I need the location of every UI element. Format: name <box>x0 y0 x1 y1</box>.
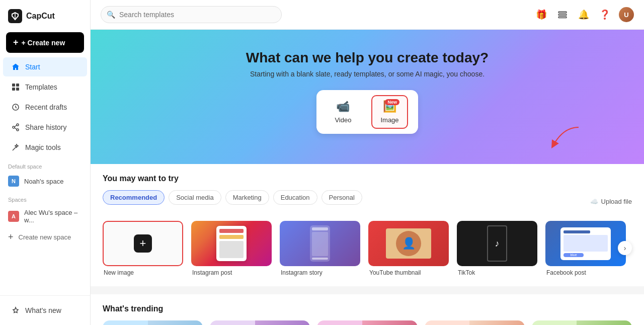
tiktok-thumb: ♪ <box>457 221 537 266</box>
image-label-wrap: New 🖼️ <box>383 100 396 113</box>
youtube-thumb-label: YouTube thumbnail <box>368 269 449 276</box>
trending-text-image[interactable]: Text to image: paint with your words Try… <box>210 320 310 325</box>
filter-recommended[interactable]: Recommended <box>103 190 165 205</box>
trending-grid-wrap: Batch edit: your perfect time saver Try … <box>103 320 632 325</box>
ai-model-content: AI model: fashion ads in clicks Try now … <box>532 320 582 325</box>
share-icon <box>11 123 20 132</box>
clock-icon <box>11 103 20 112</box>
trending-grid: Batch edit: your perfect time saver Try … <box>103 320 632 325</box>
noah-space-label: Noah's space <box>24 178 63 185</box>
hero-banner: What can we help you create today? Start… <box>91 30 644 164</box>
text-design-visual: 👩🏾 <box>362 320 418 325</box>
bell-icon[interactable]: 🔔 <box>577 8 591 22</box>
trending-section: What's trending Batch edit: your perfect… <box>91 290 644 325</box>
grid-icon <box>11 83 20 92</box>
whats-new-label: What's new <box>25 306 61 314</box>
search-bar: 🔍 <box>101 6 282 23</box>
hero-buttons: 📹 Video New 🖼️ Image <box>101 90 634 134</box>
alec-avatar: A <box>8 211 19 222</box>
trending-background[interactable]: Background magic for products Try now › … <box>425 320 525 325</box>
template-instagram-post[interactable]: Instagram post <box>191 221 272 276</box>
sidebar: CapCut + + Create new Start Templates Re… <box>0 0 91 325</box>
template-instagram-story[interactable]: Instagram story <box>280 221 360 276</box>
upload-icon: ☁️ <box>590 198 598 205</box>
batch-image: 👗 <box>148 320 203 325</box>
star-icon <box>11 306 20 315</box>
template-grid-wrap: + New image Instagram p <box>103 221 632 276</box>
text-design-content: Text to design: create now, instant WOW … <box>317 320 367 325</box>
you-may-want-title: You may want to try <box>103 174 632 183</box>
background-content: Background magic for products Try now › <box>425 320 475 325</box>
upload-label: Upload file <box>601 198 632 205</box>
sidebar-label-start: Start <box>25 63 40 71</box>
svg-rect-2 <box>16 84 19 87</box>
create-space-label: Create new space <box>19 233 71 241</box>
tiktok-label: TikTok <box>457 269 537 276</box>
header: 🔍 🎁 🔔 ❓ U <box>91 0 644 30</box>
header-icons: 🎁 🔔 ❓ U <box>534 7 634 22</box>
video-icon: 📹 <box>336 100 350 113</box>
filter-marketing[interactable]: Marketing <box>225 190 269 205</box>
logo-text: CapCut <box>26 12 55 21</box>
hero-title: What can we help you create today? <box>101 50 634 66</box>
template-new-image[interactable]: + New image <box>103 221 183 276</box>
search-input[interactable] <box>101 6 282 23</box>
capcut-logo-icon <box>8 9 22 23</box>
create-space-icon: + <box>8 232 14 242</box>
video-label: Video <box>335 116 351 124</box>
template-tiktok[interactable]: ♪ TikTok <box>457 221 537 276</box>
menu-icon[interactable] <box>555 8 570 22</box>
sidebar-item-templates[interactable]: Templates <box>3 77 87 97</box>
hero-subtitle: Starting with a blank slate, ready templ… <box>101 70 634 78</box>
facebook-post-thumb: blue <box>545 221 626 266</box>
content-area: What can we help you create today? Start… <box>91 30 644 325</box>
template-next-button[interactable]: › <box>618 241 632 255</box>
trending-batch[interactable]: Batch edit: your perfect time saver Try … <box>103 320 203 325</box>
sidebar-item-start[interactable]: Start <box>3 57 87 76</box>
facebook-post-label: Facebook post <box>545 269 626 276</box>
user-avatar[interactable]: U <box>619 7 634 22</box>
space-item-alec[interactable]: A Alec Wu's space – w... <box>0 205 90 228</box>
svg-point-7 <box>17 129 19 131</box>
help-icon[interactable]: ❓ <box>598 8 612 22</box>
trending-text-design[interactable]: Text to design: create now, instant WOW … <box>317 320 417 325</box>
gift-icon[interactable]: 🎁 <box>534 8 548 22</box>
alec-space-label: Alec Wu's space – w... <box>24 209 82 224</box>
filter-education[interactable]: Education <box>273 190 317 205</box>
template-grid: + New image Instagram p <box>103 221 632 276</box>
whats-new-button[interactable]: What's new <box>3 301 87 320</box>
video-button[interactable]: 📹 Video <box>327 96 359 128</box>
text-image-visual: 🎨 <box>255 320 310 325</box>
sidebar-item-magic[interactable]: Magic tools <box>3 138 87 157</box>
new-image-thumb: + <box>103 221 183 266</box>
upload-file-button[interactable]: ☁️ Upload file <box>590 198 632 205</box>
filter-personal[interactable]: Personal <box>321 190 362 205</box>
filter-social[interactable]: Social media <box>169 190 221 205</box>
trending-ai-model[interactable]: AI model: fashion ads in clicks Try now … <box>532 320 632 325</box>
sidebar-item-share[interactable]: Share history <box>3 118 87 137</box>
logo: CapCut <box>0 0 90 32</box>
image-label: Image <box>380 116 398 124</box>
sidebar-item-recent[interactable]: Recent drafts <box>3 98 87 117</box>
template-youtube-thumb[interactable]: 👤 YouTube thumbnail <box>368 221 449 276</box>
create-new-button[interactable]: + + Create new <box>6 32 84 53</box>
create-space-button[interactable]: + Create new space <box>0 228 90 247</box>
instagram-story-thumb <box>280 221 360 266</box>
new-image-label: New image <box>103 269 183 276</box>
sidebar-label-share: Share history <box>25 123 66 131</box>
svg-rect-10 <box>558 14 567 16</box>
sidebar-label-magic: Magic tools <box>25 143 61 151</box>
magic-icon <box>11 143 20 152</box>
space-item-noah[interactable]: N Noah's space <box>0 172 90 191</box>
sidebar-label-recent: Recent drafts <box>25 103 67 111</box>
template-facebook-post[interactable]: blue Facebook post <box>545 221 626 276</box>
batch-content: Batch edit: your perfect time saver Try … <box>103 320 153 325</box>
svg-rect-4 <box>16 88 19 91</box>
spaces-label: Spaces <box>0 191 90 205</box>
instagram-post-thumb <box>191 221 272 266</box>
noah-avatar: N <box>8 176 19 187</box>
search-icon: 🔍 <box>107 11 115 19</box>
image-button[interactable]: New 🖼️ Image <box>371 95 408 129</box>
trending-title: What's trending <box>103 304 632 313</box>
svg-rect-1 <box>12 84 15 87</box>
